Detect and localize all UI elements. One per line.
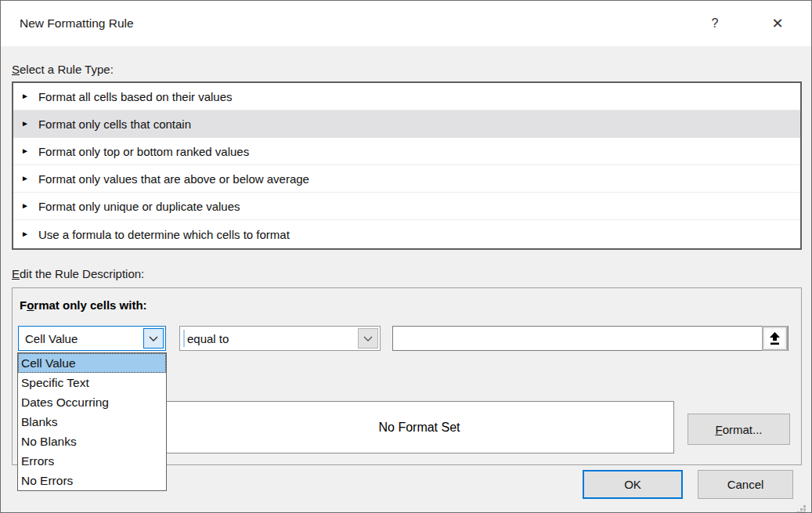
rule-type-item-label: Use a formula to determine which cells t… — [38, 228, 290, 241]
help-button[interactable]: ? — [699, 10, 731, 37]
rule-type-item-cells-based-on-values[interactable]: ► Format all cells based on their values — [13, 83, 800, 110]
new-formatting-rule-dialog: New Formatting Rule ? ✕ Select a Rule Ty… — [0, 0, 812, 513]
resize-grip-icon[interactable] — [803, 505, 806, 508]
rule-item-arrow-icon: ► — [21, 120, 29, 128]
rule-type-item-label: Format all cells based on their values — [38, 90, 233, 103]
rule-type-item-cells-that-contain[interactable]: ► Format only cells that contain — [13, 110, 800, 138]
cell-type-combobox[interactable]: Cell Value — [18, 326, 166, 351]
rule-type-listbox: ► Format all cells based on their values… — [12, 81, 802, 250]
collapse-dialog-icon — [769, 332, 781, 345]
rule-type-item-above-below-average[interactable]: ► Format only values that are above or b… — [13, 165, 800, 193]
rule-type-item-use-formula[interactable]: ► Use a formula to determine which cells… — [13, 220, 800, 247]
rule-type-item-label: Format only cells that contain — [38, 117, 191, 131]
dropdown-item-cell-value[interactable]: Cell Value — [18, 353, 166, 373]
rule-type-item-label: Format only unique or duplicate values — [38, 200, 240, 213]
no-format-set-text: No Format Set — [378, 421, 460, 435]
edit-rule-description-label: Edit the Rule Description: — [12, 267, 144, 280]
cancel-button[interactable]: Cancel — [698, 470, 793, 499]
dropdown-item-no-errors[interactable]: No Errors — [18, 471, 166, 490]
rule-item-arrow-icon: ► — [21, 202, 29, 210]
dropdown-item-dates-occurring[interactable]: Dates Occurring — [18, 392, 166, 412]
close-icon: ✕ — [771, 15, 783, 32]
rule-type-item-unique-duplicate[interactable]: ► Format only unique or duplicate values — [13, 193, 800, 220]
rule-item-arrow-icon: ► — [21, 230, 29, 238]
operator-combobox-value: equal to — [185, 332, 358, 345]
rule-item-arrow-icon: ► — [21, 147, 29, 155]
title-bar: New Formatting Rule ? ✕ — [1, 1, 811, 46]
operator-combobox-dropdown-button[interactable] — [358, 328, 378, 349]
ok-button[interactable]: OK — [583, 470, 683, 499]
chevron-down-icon — [363, 336, 373, 341]
rule-type-item-label: Format only values that are above or bel… — [38, 172, 309, 186]
chevron-down-icon — [149, 336, 158, 341]
format-preview-box: No Format Set — [164, 401, 674, 453]
rule-item-arrow-icon: ► — [21, 92, 29, 100]
cell-type-combobox-dropdown-button[interactable] — [143, 328, 164, 349]
range-selector-button[interactable] — [762, 326, 788, 351]
dropdown-item-errors[interactable]: Errors — [18, 451, 166, 471]
dropdown-item-blanks[interactable]: Blanks — [18, 412, 166, 432]
operator-combobox[interactable]: equal to — [179, 326, 381, 351]
rule-type-item-label: Format only top or bottom ranked values — [38, 145, 249, 158]
value-field-wrap — [392, 326, 789, 351]
dropdown-item-specific-text[interactable]: Specific Text — [18, 373, 166, 392]
close-button[interactable]: ✕ — [762, 10, 793, 37]
format-button[interactable]: Format... — [687, 414, 790, 445]
select-rule-type-label: Select a Rule Type: — [12, 63, 114, 76]
cell-type-combobox-value: Cell Value — [19, 332, 143, 345]
dialog-title: New Formatting Rule — [20, 1, 134, 46]
value-input[interactable] — [393, 327, 761, 350]
dropdown-item-no-blanks[interactable]: No Blanks — [18, 432, 166, 451]
format-only-cells-with-label: Format only cells with: — [20, 298, 147, 312]
help-icon: ? — [712, 16, 719, 31]
rule-item-arrow-icon: ► — [21, 175, 29, 182]
rule-type-item-top-bottom-ranked[interactable]: ► Format only top or bottom ranked value… — [13, 138, 800, 165]
cell-type-dropdown-list: Cell Value Specific Text Dates Occurring… — [17, 352, 167, 491]
